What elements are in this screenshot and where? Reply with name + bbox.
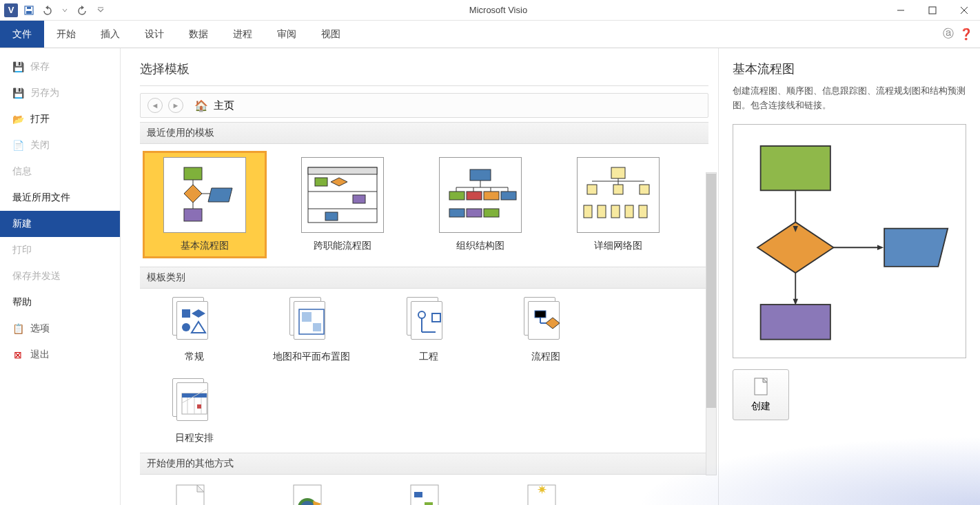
redo-icon[interactable]	[74, 2, 91, 19]
bs-print[interactable]: 打印	[0, 237, 120, 263]
ribbon-minimize-icon[interactable]: ⓐ	[943, 27, 954, 41]
svg-rect-5	[929, 7, 936, 14]
tab-data[interactable]: 数据	[176, 21, 221, 48]
svg-rect-77	[425, 502, 433, 505]
category-maps[interactable]: 地图和平面布置图	[260, 296, 363, 363]
ribbon-tabs: 文件 开始 插入 设计 数据 进程 审阅 视图 ⓐ ❓	[0, 21, 980, 48]
undo-dropdown-icon[interactable]	[57, 2, 73, 19]
tab-insert[interactable]: 插入	[88, 21, 132, 48]
tab-view[interactable]: 视图	[309, 21, 353, 48]
svg-marker-10	[208, 188, 232, 202]
bs-exit[interactable]: ⊠退出	[0, 342, 120, 368]
svg-rect-81	[761, 146, 830, 190]
template-gallery: 选择模板 ◄ ► 🏠 主页 最近使用的模板	[121, 48, 718, 505]
bs-help-label: 帮助	[12, 296, 32, 309]
bs-save-as[interactable]: 💾另存为	[0, 80, 120, 106]
bs-help[interactable]: 帮助	[0, 289, 120, 316]
minimize-button[interactable]	[885, 0, 917, 21]
category-label: 日程安排	[175, 432, 214, 444]
category-thumb	[521, 296, 571, 345]
other-office-com[interactable]: Office.com 模板	[260, 482, 363, 505]
svg-rect-16	[308, 167, 377, 174]
tab-design[interactable]: 设计	[132, 21, 176, 48]
category-engineering[interactable]: 工程	[377, 296, 480, 363]
svg-point-55	[418, 311, 425, 318]
bs-info[interactable]: 信息	[0, 158, 120, 185]
svg-rect-26	[484, 192, 499, 200]
other-sample[interactable]: 示例图表	[377, 482, 480, 505]
nav-back-button[interactable]: ◄	[147, 98, 163, 113]
other-blank[interactable]: 空白绘图	[143, 482, 246, 505]
category-general[interactable]: 常规	[143, 296, 246, 363]
svg-rect-37	[611, 167, 625, 178]
template-label: 详细网络图	[594, 240, 642, 252]
template-preview	[733, 124, 966, 358]
categories-row: 常规 地图和平面布置图 工程 流程图 日程安排	[140, 296, 708, 444]
bs-options[interactable]: 📋选项	[0, 316, 120, 342]
svg-rect-48	[182, 309, 190, 318]
tab-review[interactable]: 审阅	[265, 21, 309, 48]
bs-print-label: 打印	[12, 244, 32, 256]
window-controls	[885, 0, 980, 21]
bs-options-label: 选项	[30, 322, 50, 335]
bs-recent[interactable]: 最近所用文件	[0, 185, 120, 211]
scrollbar-thumb[interactable]	[706, 174, 716, 408]
svg-rect-45	[639, 205, 647, 218]
bs-save[interactable]: 💾保存	[0, 54, 120, 80]
choose-template-title: 选择模板	[140, 61, 708, 77]
nav-forward-button[interactable]: ►	[168, 98, 183, 113]
svg-rect-69	[197, 404, 201, 409]
close-button[interactable]	[948, 0, 980, 21]
bs-open[interactable]: 📂打开	[0, 106, 120, 132]
svg-rect-19	[315, 178, 327, 186]
svg-rect-39	[613, 185, 623, 194]
svg-rect-53	[302, 312, 312, 322]
svg-rect-40	[640, 185, 649, 194]
other-thumb	[287, 482, 336, 505]
breadcrumb-home[interactable]: 主页	[214, 99, 234, 112]
open-folder-icon: 📂	[12, 114, 23, 125]
category-thumb	[404, 296, 453, 345]
tab-home[interactable]: 开始	[44, 21, 88, 48]
tab-file[interactable]: 文件	[0, 21, 44, 48]
create-label: 创建	[751, 400, 770, 413]
svg-marker-9	[184, 185, 202, 203]
template-cross-functional[interactable]: 跨职能流程图	[280, 151, 405, 258]
svg-rect-89	[761, 305, 830, 340]
category-schedule[interactable]: 日程安排	[143, 377, 246, 444]
undo-icon[interactable]	[39, 2, 55, 19]
bs-open-label: 打开	[30, 113, 50, 125]
template-network-detail[interactable]: 详细网络图	[556, 151, 680, 258]
bs-new-label: 新建	[12, 218, 32, 230]
help-icon[interactable]: ❓	[959, 28, 973, 41]
other-from-existing[interactable]: ✷ 根据现有内容新建	[494, 482, 598, 505]
template-basic-flowchart[interactable]: 基本流程图	[143, 151, 267, 258]
svg-marker-49	[192, 309, 205, 318]
template-org-chart[interactable]: 组织结构图	[418, 151, 542, 258]
svg-rect-42	[598, 205, 606, 218]
maximize-button[interactable]	[917, 0, 948, 21]
bs-save-send[interactable]: 保存并发送	[0, 263, 120, 289]
template-breadcrumb: ◄ ► 🏠 主页	[140, 93, 708, 118]
bs-recent-label: 最近所用文件	[12, 192, 70, 204]
svg-rect-24	[449, 192, 465, 200]
bs-new[interactable]: 新建	[0, 211, 120, 237]
save-icon[interactable]	[21, 2, 37, 19]
close-file-icon: 📄	[12, 140, 23, 151]
svg-point-50	[182, 323, 190, 331]
category-flowchart[interactable]: 流程图	[494, 296, 598, 363]
bs-close[interactable]: 📄关闭	[0, 132, 120, 158]
svg-rect-30	[484, 209, 499, 217]
other-thumb	[404, 482, 453, 505]
home-icon[interactable]: 🏠	[194, 99, 208, 112]
vertical-scrollbar[interactable]	[706, 172, 717, 475]
tab-process[interactable]: 进程	[221, 21, 265, 48]
preview-description: 创建流程图、顺序图、信息跟踪图、流程规划图和结构预测图。包含连接线和链接。	[733, 84, 966, 113]
svg-rect-21	[353, 195, 365, 203]
visio-app-icon[interactable]: V	[3, 2, 19, 19]
categories-header: 模板类别	[140, 267, 708, 289]
create-button[interactable]: 创建	[733, 369, 789, 420]
preview-title: 基本流程图	[733, 61, 966, 77]
qat-customize-icon[interactable]	[92, 2, 109, 19]
template-thumb	[577, 157, 660, 233]
